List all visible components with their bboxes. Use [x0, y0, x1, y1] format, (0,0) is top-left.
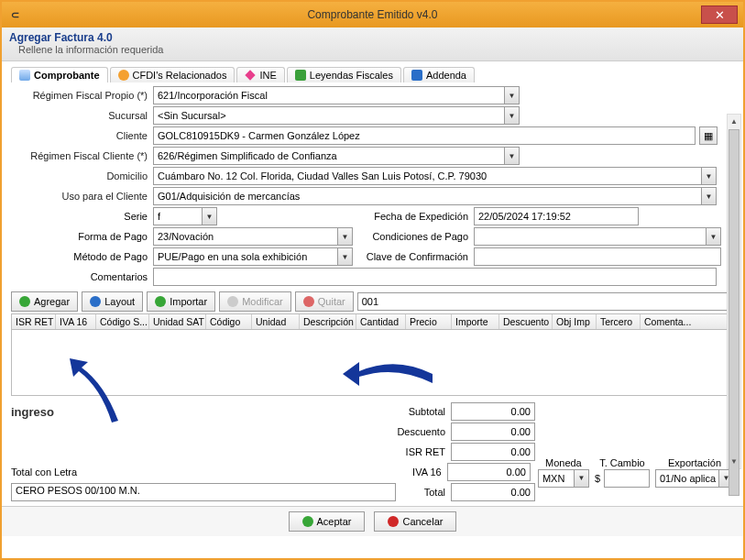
comentarios-input[interactable]: [153, 268, 717, 286]
col-header[interactable]: Obj Imp: [553, 314, 597, 329]
label-total: Total: [194, 487, 451, 498]
label-metodo-pago: Método de Pago: [11, 251, 153, 262]
chevron-down-icon: ▼: [706, 228, 720, 245]
label-sucursal: Sucursal: [11, 110, 153, 121]
tcambio-input[interactable]: [604, 469, 650, 488]
items-toolbar: Agregar Layout Importar Modificar Quitar: [11, 291, 734, 312]
col-header[interactable]: Cantidad: [356, 314, 406, 329]
label-domicilio: Domicilio: [11, 170, 153, 181]
col-header[interactable]: Código: [206, 314, 252, 329]
vertical-scrollbar[interactable]: ▲ ▼: [727, 114, 741, 469]
tab-label: CFDI's Relacionados: [133, 70, 227, 81]
layout-button[interactable]: Layout: [82, 291, 143, 312]
col-header[interactable]: Tercero: [597, 314, 641, 329]
calendar-icon: ▦: [704, 130, 713, 142]
serie-select[interactable]: f▼: [153, 207, 217, 225]
col-header[interactable]: Descuento: [499, 314, 553, 329]
label-cliente: Cliente: [11, 130, 153, 141]
tab-cfdis[interactable]: CFDI's Relacionados: [110, 67, 236, 82]
iva-value: [447, 463, 531, 481]
items-grid-header: ISR RET IVA 16 Código S... Unidad SAT Có…: [11, 313, 734, 330]
chevron-down-icon: ▼: [337, 248, 352, 265]
items-grid-body[interactable]: [11, 330, 734, 396]
chevron-down-icon: ▼: [504, 148, 519, 164]
dialog-footer: Aceptar Cancelar: [2, 506, 743, 536]
scroll-thumb[interactable]: [729, 129, 740, 496]
label-regimen-propio: Régimen Fiscal Propio (*): [11, 90, 153, 101]
sucursal-select[interactable]: <Sin Sucursal>▼: [153, 106, 520, 125]
item-search-input[interactable]: [357, 292, 734, 311]
edit-icon: [227, 296, 238, 307]
scroll-down-icon[interactable]: ▼: [728, 455, 740, 468]
label-serie: Serie: [11, 211, 153, 222]
book-icon: [295, 70, 306, 81]
regimen-propio-select[interactable]: 621/Incorporación Fiscal▼: [153, 86, 520, 104]
tab-label: Addenda: [426, 70, 466, 81]
col-header[interactable]: Código S...: [96, 314, 149, 329]
domicilio-select[interactable]: Cuámbaro No. 12 Col. Florida, Ciudad Val…: [153, 167, 717, 185]
tab-leyendas[interactable]: Leyendas Fiscales: [287, 67, 401, 82]
aceptar-button[interactable]: Aceptar: [289, 511, 366, 532]
col-header[interactable]: Importe: [452, 314, 499, 329]
modificar-button[interactable]: Modificar: [219, 291, 291, 312]
window-title: Comprobante Emitido v4.0: [2, 8, 743, 21]
col-header[interactable]: Unidad SAT: [149, 314, 206, 329]
layout-icon: [90, 296, 101, 307]
form-subtitle: Rellene la información requerida: [9, 44, 736, 55]
col-header[interactable]: ISR RET: [12, 314, 56, 329]
label-uso: Uso para el Cliente: [11, 191, 153, 202]
label-descuento: Descuento: [194, 426, 451, 437]
currency-prefix: $: [595, 473, 600, 484]
label-export: Exportación: [655, 457, 734, 468]
col-header[interactable]: Unidad: [252, 314, 300, 329]
uso-select[interactable]: G01/Adquisición de mercancías▼: [153, 187, 717, 205]
chevron-down-icon: ▼: [202, 208, 216, 225]
export-select[interactable]: 01/No aplica▼: [655, 469, 734, 488]
label-subtotal: Subtotal: [194, 406, 451, 417]
agregar-button[interactable]: Agregar: [11, 291, 78, 312]
chevron-down-icon: ▼: [701, 168, 716, 184]
metodo-pago-select[interactable]: PUE/Pago en una sola exhibición▼: [153, 247, 353, 266]
subtotal-value: [451, 402, 535, 421]
cancelar-button[interactable]: Cancelar: [374, 511, 456, 532]
tab-addenda[interactable]: Addenda: [403, 67, 475, 82]
col-header[interactable]: Descripción: [300, 314, 356, 329]
form-header: Agregar Factura 4.0 Rellene la informaci…: [2, 27, 743, 61]
titlebar: ⊂ Comprobante Emitido v4.0 ✕: [2, 2, 743, 27]
total-value: [451, 483, 535, 501]
doc-icon: [19, 70, 30, 81]
moneda-select[interactable]: MXN▼: [538, 469, 589, 488]
cliente-input[interactable]: [153, 126, 696, 145]
tab-label: INE: [259, 70, 276, 81]
chevron-down-icon: ▼: [504, 107, 519, 124]
chevron-down-icon: ▼: [337, 228, 352, 245]
tab-comprobante[interactable]: Comprobante: [11, 67, 108, 82]
regimen-cliente-select[interactable]: 626/Régimen Simplificado de Confianza▼: [153, 147, 520, 165]
importar-button[interactable]: Importar: [147, 291, 215, 312]
label-fecha-exp: Fecha de Expedición: [364, 211, 474, 222]
chevron-down-icon: ▼: [701, 188, 716, 204]
label-cond-pago: Condiciones de Pago: [364, 231, 474, 242]
tab-label: Comprobante: [34, 70, 100, 81]
label-forma-pago: Forma de Pago: [11, 231, 153, 242]
remove-icon: [303, 296, 314, 307]
scroll-up-icon[interactable]: ▲: [728, 115, 740, 128]
clave-conf-input[interactable]: [474, 247, 721, 266]
label-comentarios: Comentarios: [11, 271, 153, 282]
fecha-exp-input[interactable]: [474, 207, 639, 225]
label-moneda: Moneda: [538, 457, 589, 468]
tab-ine[interactable]: INE: [236, 67, 284, 82]
chevron-down-icon: ▼: [574, 470, 588, 487]
plus-icon: [19, 296, 30, 307]
col-header[interactable]: Precio: [406, 314, 452, 329]
col-header[interactable]: Comenta...: [641, 314, 733, 329]
cond-pago-select[interactable]: ▼: [474, 227, 721, 246]
tab-label: Leyendas Fiscales: [310, 70, 393, 81]
link-icon: [118, 70, 129, 81]
forma-pago-select[interactable]: 23/Novación▼: [153, 227, 353, 246]
close-button[interactable]: ✕: [701, 5, 738, 24]
import-icon: [155, 296, 166, 307]
cliente-lookup-button[interactable]: ▦: [699, 126, 718, 145]
col-header[interactable]: IVA 16: [56, 314, 96, 329]
quitar-button[interactable]: Quitar: [295, 291, 354, 312]
